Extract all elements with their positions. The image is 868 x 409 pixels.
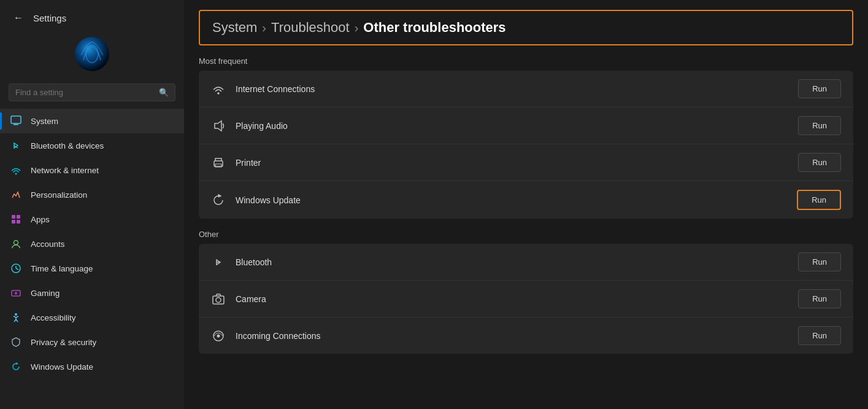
windows-update-troubleshoot-label: Windows Update xyxy=(236,195,787,205)
back-button[interactable]: ← xyxy=(10,10,27,26)
playing-audio-run-button[interactable]: Run xyxy=(798,116,841,135)
gaming-icon xyxy=(10,287,22,299)
internet-connections-run-button[interactable]: Run xyxy=(798,79,841,98)
svg-rect-6 xyxy=(12,215,15,219)
avatar xyxy=(75,37,109,71)
sidebar-item-bluetooth-label: Bluetooth & devices xyxy=(31,141,104,150)
printer-label: Printer xyxy=(236,158,788,168)
svg-point-24 xyxy=(216,297,221,302)
sidebar-item-gaming[interactable]: Gaming xyxy=(0,281,184,305)
search-input[interactable] xyxy=(15,88,154,97)
list-item: Windows Update Run xyxy=(199,181,853,219)
breadcrumb-sep2: › xyxy=(355,21,359,35)
most-frequent-label: Most frequent xyxy=(199,56,853,66)
svg-point-5 xyxy=(15,173,17,175)
privacy-icon xyxy=(10,336,22,348)
settings-title: Settings xyxy=(33,13,66,23)
svg-marker-19 xyxy=(215,121,221,131)
other-list: Bluetooth Run Camera Run Incoming Connec… xyxy=(199,244,853,354)
bluetooth-run-button[interactable]: Run xyxy=(798,252,841,271)
breadcrumb-sep1: › xyxy=(262,21,266,35)
other-label: Other xyxy=(199,230,853,239)
svg-rect-8 xyxy=(12,220,15,224)
search-area: 🔍 xyxy=(0,81,184,109)
svg-line-13 xyxy=(16,268,18,270)
svg-point-10 xyxy=(14,241,18,245)
breadcrumb-other: Other troubleshooters xyxy=(363,20,505,36)
sidebar-item-time[interactable]: Time & language xyxy=(0,256,184,281)
sidebar: ← Settings 🔍 xyxy=(0,0,184,409)
list-item: Playing Audio Run xyxy=(199,107,853,144)
svg-point-18 xyxy=(217,92,220,95)
breadcrumb-troubleshoot[interactable]: Troubleshoot xyxy=(271,20,350,36)
sidebar-item-windows-update-label: Windows Update xyxy=(31,362,93,372)
svg-point-17 xyxy=(15,313,17,316)
search-icon: 🔍 xyxy=(159,88,169,97)
breadcrumb-system[interactable]: System xyxy=(212,20,257,36)
bluetooth-icon xyxy=(10,139,22,152)
sidebar-item-accounts[interactable]: Accounts xyxy=(0,232,184,256)
sidebar-item-system-label: System xyxy=(31,117,58,126)
personalization-icon xyxy=(10,189,22,201)
windows-update-icon xyxy=(10,360,22,373)
apps-icon xyxy=(10,213,22,225)
most-frequent-list: Internet Connections Run Playing Audio R… xyxy=(199,71,853,219)
list-item: Internet Connections Run xyxy=(199,71,853,107)
svg-rect-9 xyxy=(17,220,20,224)
windows-update-troubleshoot-icon xyxy=(211,193,226,208)
incoming-connections-label: Incoming Connections xyxy=(236,331,788,341)
svg-point-26 xyxy=(217,334,220,337)
playing-audio-icon xyxy=(211,119,226,133)
sidebar-item-network[interactable]: Network & internet xyxy=(0,158,184,182)
bluetooth-label: Bluetooth xyxy=(236,257,788,267)
svg-rect-7 xyxy=(17,215,20,219)
sidebar-item-personalization[interactable]: Personalization xyxy=(0,182,184,207)
sidebar-item-apps[interactable]: Apps xyxy=(0,207,184,232)
list-item: Incoming Connections Run xyxy=(199,317,853,354)
accessibility-icon xyxy=(10,311,22,324)
incoming-connections-run-button[interactable]: Run xyxy=(798,326,841,345)
sidebar-item-windows-update[interactable]: Windows Update xyxy=(0,354,184,379)
svg-rect-2 xyxy=(11,116,21,123)
camera-icon xyxy=(211,292,226,306)
avatar-area xyxy=(0,31,184,81)
sidebar-item-accessibility-label: Accessibility xyxy=(31,313,76,322)
windows-update-run-button[interactable]: Run xyxy=(797,190,841,210)
time-icon xyxy=(10,262,22,275)
playing-audio-label: Playing Audio xyxy=(236,121,788,131)
sidebar-item-accounts-label: Accounts xyxy=(31,240,65,249)
sidebar-item-system[interactable]: System xyxy=(0,109,184,133)
breadcrumb: System › Troubleshoot › Other troublesho… xyxy=(199,10,853,45)
sidebar-header: ← Settings xyxy=(0,0,184,31)
sidebar-item-time-label: Time & language xyxy=(31,264,93,273)
list-item: Printer Run xyxy=(199,144,853,181)
sidebar-item-bluetooth[interactable]: Bluetooth & devices xyxy=(0,133,184,158)
incoming-connections-icon xyxy=(211,329,226,343)
printer-run-button[interactable]: Run xyxy=(798,153,841,172)
main-content: System › Troubleshoot › Other troublesho… xyxy=(184,0,868,409)
sidebar-item-personalization-label: Personalization xyxy=(31,190,87,200)
list-item: Camera Run xyxy=(199,281,853,317)
camera-label: Camera xyxy=(236,294,788,304)
internet-connections-label: Internet Connections xyxy=(236,84,788,94)
system-icon xyxy=(10,115,22,127)
bluetooth-troubleshoot-icon xyxy=(211,255,226,270)
list-item: Bluetooth Run xyxy=(199,244,853,281)
sidebar-item-apps-label: Apps xyxy=(31,215,50,224)
printer-icon xyxy=(211,155,226,170)
accounts-icon xyxy=(10,238,22,250)
sidebar-item-privacy[interactable]: Privacy & security xyxy=(0,330,184,354)
search-box[interactable]: 🔍 xyxy=(9,84,175,101)
camera-run-button[interactable]: Run xyxy=(798,289,841,308)
internet-connections-icon xyxy=(211,82,226,96)
network-icon xyxy=(10,164,22,176)
sidebar-item-gaming-label: Gaming xyxy=(31,289,60,298)
sidebar-item-privacy-label: Privacy & security xyxy=(31,338,96,347)
sidebar-item-network-label: Network & internet xyxy=(31,166,99,175)
sidebar-item-accessibility[interactable]: Accessibility xyxy=(0,305,184,330)
